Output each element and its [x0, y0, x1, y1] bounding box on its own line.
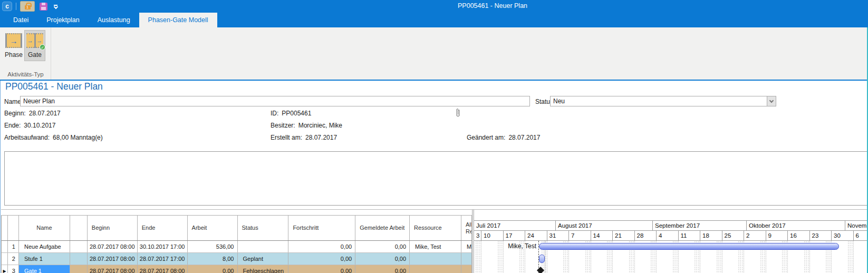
cell-fortschritt[interactable]: 0,00 [288, 241, 355, 252]
cell-status[interactable] [238, 241, 289, 252]
cell-num[interactable]: 3 [8, 265, 19, 273]
tab-phasen-gate-modell[interactable]: Phasen-Gate Modell [139, 13, 217, 27]
status-dropdown[interactable]: Neu [550, 96, 776, 106]
lock-icon [25, 5, 31, 9]
cell-gemeldet[interactable]: 0,00 [355, 265, 410, 273]
tab-auslastung[interactable]: Auslastung [89, 13, 139, 27]
field-id: ID:PP005461 [271, 110, 311, 117]
cell-gemeldet[interactable]: 0,00 [355, 241, 410, 252]
gantt-week-cell: 16 [788, 231, 810, 240]
column-header-label: Name [36, 225, 52, 231]
gate-button[interactable]: → → ✓ Gate [24, 30, 45, 61]
column-header-num[interactable] [8, 216, 19, 240]
cell-arbeit[interactable]: 536,00 [188, 241, 238, 252]
gantt-week-cell: 6 [854, 231, 868, 240]
ribbon: → Phase → → ✓ Gate Aktivitäts-Typ [0, 27, 868, 81]
column-header-spacer[interactable] [70, 216, 88, 240]
cell-ende[interactable]: 28.07.2017 17:00 [138, 253, 188, 265]
status-value: Neu [551, 96, 767, 106]
cell-indicator[interactable] [2, 241, 8, 252]
table-header-row: NameBeginnEndeArbeitStatusFortschrittGem… [2, 216, 472, 241]
tab-datei[interactable]: Datei [4, 13, 37, 27]
cell-arbeit[interactable]: 0,00 [188, 265, 238, 273]
gate-icon: → → ✓ [26, 33, 43, 48]
gantt-stage-bar[interactable] [539, 255, 545, 263]
cell-gemeldet[interactable]: 0,00 [355, 253, 410, 265]
lock-button[interactable] [20, 1, 35, 12]
gantt-bar-resource-label: Mike, Test [474, 242, 536, 250]
cell-num[interactable]: 1 [8, 241, 19, 252]
cell-ressource[interactable] [410, 265, 461, 273]
gantt-week-cell: 4 [657, 231, 679, 240]
cell-spacer[interactable] [70, 241, 88, 252]
check-badge-icon: ✓ [40, 44, 45, 50]
column-header-status[interactable]: Status [238, 216, 289, 240]
ribbon-group-label: Aktivitäts-Typ [0, 71, 51, 77]
table-row[interactable]: 1Neue Aufgabe28.07.2017 08:0030.10.2017 … [2, 241, 472, 253]
cell-ressource[interactable] [410, 253, 461, 265]
cell-alle[interactable] [461, 253, 472, 265]
column-header-label: Arbeit [192, 225, 207, 231]
name-label: Name [4, 98, 21, 105]
task-table: NameBeginnEndeArbeitStatusFortschrittGem… [1, 216, 472, 273]
phase-button-label: Phase [5, 51, 23, 58]
save-button[interactable] [38, 2, 48, 11]
cell-beginn[interactable]: 28.07.2017 08:00 [88, 241, 138, 252]
titlebar: c PP005461 - Neuer Plan [0, 0, 868, 13]
cell-status[interactable]: Fehlgeschlagen [238, 265, 289, 273]
cell-name[interactable]: Gate 1 [19, 265, 70, 273]
cell-status[interactable]: Geplant [238, 253, 289, 265]
phase-button[interactable]: → Phase [3, 30, 24, 61]
cell-arbeit[interactable]: 8,00 [188, 253, 238, 265]
table-row[interactable]: 2Stufe 128.07.2017 08:0028.07.2017 17:00… [2, 253, 472, 265]
cell-indicator[interactable]: ▶ [2, 265, 8, 273]
tab-projektplan[interactable]: Projektplan [37, 13, 89, 27]
name-input[interactable] [20, 96, 530, 106]
gantt-week-cell: 30 [832, 231, 854, 240]
app-logo-icon[interactable]: c [2, 2, 12, 11]
quick-access-toolbar: c [2, 0, 57, 13]
ribbon-tab-bar: Datei Projektplan Auslastung Phasen-Gate… [0, 13, 868, 27]
cell-fortschritt[interactable]: 0,00 [288, 253, 355, 265]
cell-ressource[interactable]: Mike, Test [410, 241, 461, 252]
gantt-month-cell: November 2017 [845, 221, 868, 230]
id-label: ID: [271, 110, 278, 117]
table-row[interactable]: ▶3Gate 128.07.2017 08:0028.07.2017 08:00… [2, 265, 472, 273]
gantt-week-cell: 14 [591, 231, 613, 240]
cell-spacer[interactable] [70, 253, 88, 265]
cell-indicator[interactable] [2, 253, 8, 265]
cell-ende[interactable]: 30.10.2017 17:00 [138, 241, 188, 252]
id-value: PP005461 [282, 110, 311, 117]
column-header-name[interactable]: Name [19, 216, 70, 240]
gantt-week-cell: 9 [766, 231, 788, 240]
toolbar-separator [16, 3, 16, 10]
column-header-ressource[interactable]: Ressource [410, 216, 461, 240]
cell-beginn[interactable]: 28.07.2017 08:00 [88, 253, 138, 265]
column-header-fortschritt[interactable]: Fortschritt [288, 216, 355, 240]
cell-alle[interactable] [461, 265, 472, 273]
cell-fortschritt[interactable]: 0,00 [288, 265, 355, 273]
attachment-icon[interactable] [455, 108, 461, 118]
description-textarea[interactable] [4, 151, 868, 206]
cell-num[interactable]: 2 [8, 253, 19, 265]
customize-toolbar-button[interactable] [54, 5, 57, 8]
column-header-label: Status [242, 225, 258, 231]
gantt-task-bar[interactable] [539, 243, 839, 250]
cell-name[interactable]: Neue Aufgabe [19, 241, 70, 252]
cell-ende[interactable]: 28.07.2017 08:00 [138, 265, 188, 273]
column-header-indicator[interactable] [2, 216, 8, 240]
gantt-week-header: 31017243171421284111825291623306 [474, 230, 868, 241]
cell-spacer[interactable] [70, 265, 88, 273]
cell-name[interactable]: Stufe 1 [19, 253, 70, 265]
column-header-arbeit[interactable]: Arbeit [188, 216, 238, 240]
gantt-week-cell: 24 [525, 231, 547, 240]
column-header-alle[interactable]: Alle Re [461, 216, 472, 240]
status-dropdown-button[interactable] [767, 96, 776, 106]
gantt-week-cell: 18 [700, 231, 722, 240]
cell-beginn[interactable]: 28.07.2017 08:00 [88, 265, 138, 273]
cell-alle[interactable]: Mik [461, 241, 472, 252]
column-header-beginn[interactable]: Beginn [88, 216, 138, 240]
column-header-ende[interactable]: Ende [138, 216, 188, 240]
column-header-gemeldet[interactable]: Gemeldete Arbeit [355, 216, 410, 240]
window-edge-left [0, 81, 1, 273]
